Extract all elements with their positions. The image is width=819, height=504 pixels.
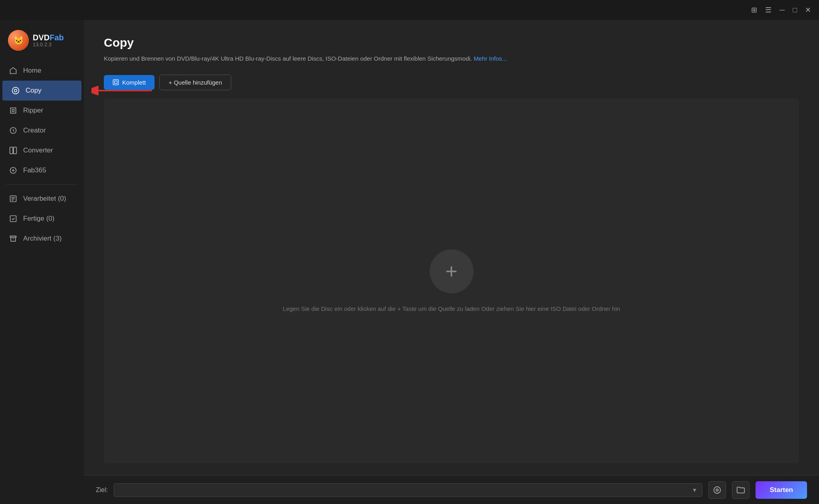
mode-button[interactable]: Komplett <box>104 75 155 90</box>
destination-select[interactable]: ▼ <box>114 483 702 497</box>
svg-point-0 <box>12 87 19 94</box>
sidebar-logo: 🐱 DVDFab 13.0.2.3 <box>0 24 84 59</box>
close-icon[interactable]: ✕ <box>805 6 811 14</box>
svg-rect-4 <box>10 147 13 154</box>
processing-icon <box>9 194 18 203</box>
settings-icon <box>713 486 722 494</box>
sidebar-item-fab365[interactable]: Fab365 <box>0 160 84 180</box>
sidebar-item-converter[interactable]: Converter <box>0 140 84 160</box>
minimize-icon[interactable]: ─ <box>779 6 785 14</box>
start-button[interactable]: Starten <box>756 481 807 499</box>
logo-avatar: 🐱 <box>8 30 29 51</box>
sidebar-item-home[interactable]: Home <box>0 61 84 81</box>
svg-point-10 <box>716 489 719 491</box>
converter-icon <box>9 146 18 155</box>
chevron-down-icon: ▼ <box>692 487 698 493</box>
mode-icon <box>113 79 119 85</box>
svg-point-11 <box>714 486 721 493</box>
logo-image: 🐱 <box>8 30 29 51</box>
creator-icon <box>9 126 18 135</box>
maximize-icon[interactable]: □ <box>793 6 797 14</box>
copy-icon <box>11 86 20 95</box>
sidebar-item-copy[interactable]: Copy <box>2 81 81 101</box>
page-title: Copy <box>104 36 799 49</box>
content-area: Copy Kopieren und Brennen von DVD/Blu-ra… <box>84 20 819 475</box>
main-content: Copy Kopieren und Brennen von DVD/Blu-ra… <box>84 20 819 504</box>
sidebar-item-verarbeitet[interactable]: Verarbeitet (0) <box>0 189 84 209</box>
folder-button[interactable] <box>732 481 750 499</box>
window-store-icon[interactable]: ⊞ <box>751 6 757 14</box>
toolbar: Komplett + Quelle hinzufügen <box>104 75 799 90</box>
drop-zone-hint: Legen Sie die Disc ein oder klicken auf … <box>283 305 620 312</box>
logo-brand: DVDFab <box>33 34 64 42</box>
logo-text: DVDFab 13.0.2.3 <box>33 34 64 47</box>
sidebar: 🐱 DVDFab 13.0.2.3 Home <box>0 20 84 504</box>
app-body: 🐱 DVDFab 13.0.2.3 Home <box>0 20 819 504</box>
sidebar-divider <box>6 184 78 185</box>
page-description: Kopieren und Brennen von DVD/Blu-ray/4K … <box>104 54 799 63</box>
home-icon <box>9 66 18 75</box>
sidebar-item-ripper[interactable]: Ripper <box>0 101 84 121</box>
footer-bar: Ziel: ▼ Starten <box>84 475 819 504</box>
svg-rect-5 <box>14 147 17 154</box>
svg-rect-8 <box>10 216 16 222</box>
archived-icon <box>9 234 18 243</box>
more-info-link[interactable]: Mehr Infos... <box>474 55 507 62</box>
svg-point-1 <box>14 89 17 92</box>
sidebar-item-creator[interactable]: Creator <box>0 121 84 140</box>
add-icon: + <box>445 261 457 282</box>
drop-zone-circle[interactable]: + <box>430 249 474 293</box>
menu-icon[interactable]: ☰ <box>765 6 771 14</box>
drop-zone[interactable]: + Legen Sie die Disc ein oder klicken au… <box>104 98 799 464</box>
finished-icon <box>9 214 18 223</box>
options-button[interactable] <box>708 481 726 499</box>
add-source-button[interactable]: + Quelle hinzufügen <box>159 75 231 90</box>
fab365-icon <box>9 166 18 175</box>
titlebar: ⊞ ☰ ─ □ ✕ <box>0 0 819 20</box>
destination-label: Ziel: <box>96 486 108 494</box>
folder-icon <box>736 486 745 494</box>
ripper-icon <box>9 106 18 115</box>
sidebar-item-archiviert[interactable]: Archiviert (3) <box>0 229 84 249</box>
logo-version: 13.0.2.3 <box>33 42 64 47</box>
svg-rect-9 <box>113 79 118 85</box>
sidebar-nav: Home Copy <box>0 59 84 504</box>
sidebar-item-fertige[interactable]: Fertige (0) <box>0 209 84 229</box>
